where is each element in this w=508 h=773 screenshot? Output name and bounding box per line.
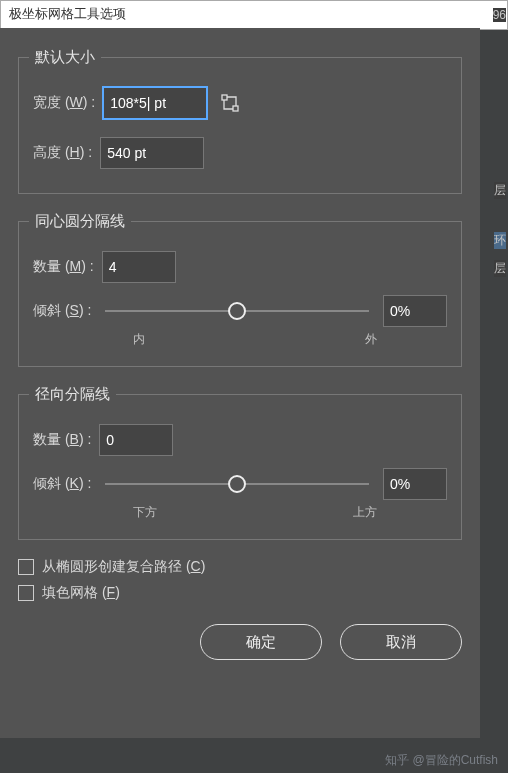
cancel-button[interactable]: 取消 xyxy=(340,624,462,660)
compound-path-label: 从椭圆形创建复合路径 (C) xyxy=(42,558,205,576)
concentric-group: 同心圆分隔线 数量 (M) : 4 倾斜 (S) : 0% 内 外 xyxy=(18,212,462,367)
concentric-count-input[interactable]: 4 xyxy=(102,251,176,283)
svg-rect-1 xyxy=(233,106,238,111)
radial-count-label: 数量 (B) : xyxy=(33,431,91,449)
concentric-count-label: 数量 (M) : xyxy=(33,258,94,276)
dialog-titlebar[interactable]: 极坐标网格工具选项 xyxy=(0,0,508,30)
fill-grid-checkbox-row[interactable]: 填色网格 (F) xyxy=(18,584,462,602)
constrain-proportions-icon[interactable] xyxy=(219,92,241,114)
fill-grid-checkbox[interactable] xyxy=(18,585,34,601)
ok-button[interactable]: 确定 xyxy=(200,624,322,660)
bg-frag-1: 层 xyxy=(494,182,506,199)
compound-path-checkbox[interactable] xyxy=(18,559,34,575)
radial-count-input[interactable]: 0 xyxy=(99,424,173,456)
height-input[interactable]: 540 pt xyxy=(100,137,204,169)
watermark: 知乎 @冒险的Cutfish xyxy=(385,752,498,769)
radial-skew-thumb[interactable] xyxy=(228,475,246,493)
bg-frag-2: 环 xyxy=(494,232,506,249)
concentric-skew-value[interactable]: 0% xyxy=(383,295,447,327)
default-size-group: 默认大小 宽度 (W) : 108*5| pt 高度 (H) : 540 pt xyxy=(18,48,462,194)
radial-skew-value[interactable]: 0% xyxy=(383,468,447,500)
concentric-right-end-label: 外 xyxy=(365,331,377,348)
radial-skew-label: 倾斜 (K) : xyxy=(33,475,91,493)
concentric-left-end-label: 内 xyxy=(133,331,145,348)
concentric-skew-label: 倾斜 (S) : xyxy=(33,302,91,320)
compound-path-checkbox-row[interactable]: 从椭圆形创建复合路径 (C) xyxy=(18,558,462,576)
width-input[interactable]: 108*5| pt xyxy=(103,87,207,119)
width-label: 宽度 (W) : xyxy=(33,94,95,112)
radial-group: 径向分隔线 数量 (B) : 0 倾斜 (K) : 0% 下方 上方 xyxy=(18,385,462,540)
default-size-legend: 默认大小 xyxy=(29,48,101,67)
dialog-title: 极坐标网格工具选项 xyxy=(9,6,126,21)
dialog-body: 默认大小 宽度 (W) : 108*5| pt 高度 (H) : 540 pt xyxy=(0,28,480,738)
svg-rect-0 xyxy=(222,95,227,100)
radial-skew-slider[interactable] xyxy=(105,483,369,485)
radial-left-end-label: 下方 xyxy=(133,504,157,521)
fill-grid-label: 填色网格 (F) xyxy=(42,584,120,602)
bg-frag-3: 层 xyxy=(494,260,506,277)
concentric-legend: 同心圆分隔线 xyxy=(29,212,131,231)
concentric-skew-slider[interactable] xyxy=(105,310,369,312)
bg-top-right: 96 xyxy=(493,8,506,22)
background-panel xyxy=(480,0,508,773)
concentric-skew-thumb[interactable] xyxy=(228,302,246,320)
height-label: 高度 (H) : xyxy=(33,144,92,162)
radial-right-end-label: 上方 xyxy=(353,504,377,521)
radial-legend: 径向分隔线 xyxy=(29,385,116,404)
